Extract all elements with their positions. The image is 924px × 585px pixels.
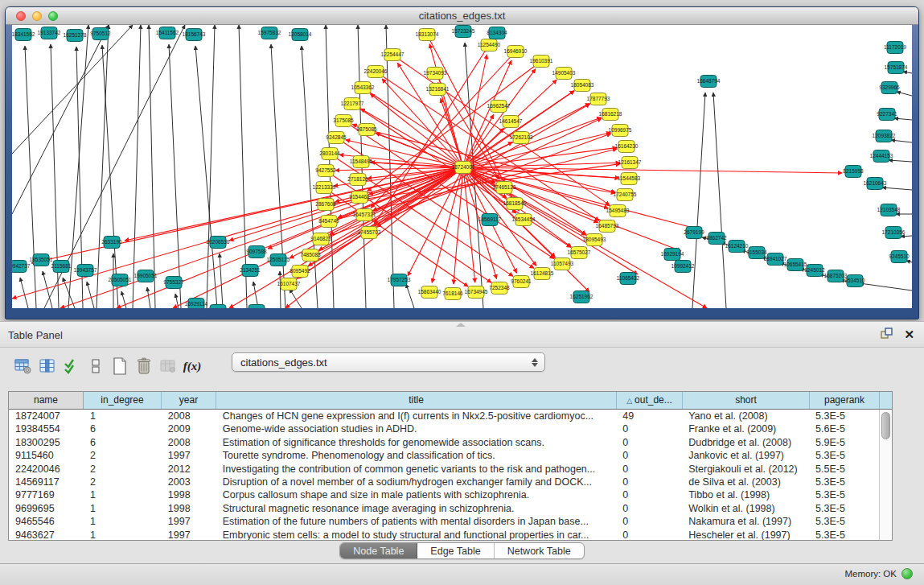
table-scrollbar[interactable] bbox=[879, 410, 892, 540]
column-visibility-icon[interactable] bbox=[35, 356, 60, 377]
graph-node-label: 9427552 bbox=[315, 167, 336, 173]
column-header-name[interactable]: name bbox=[9, 392, 84, 409]
table-row[interactable]: 911546021997Tourette syndrome. Phenomeno… bbox=[9, 449, 879, 462]
table-row[interactable]: 977716911998Corpus callosum shape and si… bbox=[9, 488, 879, 501]
graph-node-label: 9245012 bbox=[804, 267, 825, 273]
network-canvas[interactable]: 1872400712254447224200461054336212217977… bbox=[12, 25, 912, 308]
graph-node-label: 16107437 bbox=[277, 281, 301, 286]
graph-node-label: 16946910 bbox=[504, 48, 528, 54]
graph-node-label: 16251378 bbox=[64, 32, 87, 38]
graph-node-label: 8134304 bbox=[487, 30, 507, 35]
table-cell: 2 bbox=[84, 463, 162, 476]
table-cell: 19384554 bbox=[9, 422, 84, 435]
table-cell: 5.3E-5 bbox=[809, 488, 879, 501]
graph-node-label: 9245510 bbox=[889, 253, 910, 259]
graph-node-label: 13216841 bbox=[426, 86, 450, 92]
graph-node-label: 17262103 bbox=[510, 134, 533, 140]
table-cell: Yano et al. (2008) bbox=[682, 410, 809, 422]
table-cell: 0 bbox=[616, 449, 682, 462]
table-cell: 2003 bbox=[162, 476, 216, 488]
network-window-titlebar[interactable]: citations_edges.txt bbox=[6, 7, 918, 25]
column-header-out_de[interactable]: △out_de... bbox=[617, 392, 683, 409]
tab-node-table[interactable]: Node Table bbox=[340, 543, 417, 558]
graph-node-label: 9146823 bbox=[310, 236, 331, 241]
table-cell: 0 bbox=[616, 422, 682, 435]
table-cell: 1 bbox=[84, 488, 162, 501]
column-header-title[interactable]: title bbox=[216, 392, 617, 409]
table-cell: 0 bbox=[616, 476, 682, 488]
table-cell: 0 bbox=[616, 529, 682, 540]
node-table: namein_degreeyeartitle△out_de...shortpag… bbox=[8, 391, 893, 541]
graph-edge bbox=[463, 117, 602, 167]
table-cell: Estimation of significance thresholds fo… bbox=[216, 436, 617, 449]
graph-node-label: 15751874 bbox=[885, 64, 908, 70]
network-window[interactable]: citations_edges.txt 18724007122544472242… bbox=[5, 6, 919, 319]
graph-node-label: 19942737 bbox=[12, 263, 31, 269]
graph-edge bbox=[280, 271, 281, 308]
column-header-pagerank[interactable]: pagerank bbox=[810, 392, 880, 409]
create-table-icon[interactable] bbox=[108, 356, 132, 377]
graph-edge bbox=[149, 25, 155, 308]
table-cell: Hescheler et al. (1997) bbox=[682, 529, 809, 540]
graph-node-label: 17957253 bbox=[388, 277, 411, 282]
graph-node-label: 16816218 bbox=[599, 111, 622, 117]
table-row[interactable]: 1456911722003Disruption of a novel membe… bbox=[9, 476, 879, 488]
table-cell: 6 bbox=[84, 422, 162, 435]
graph-edge bbox=[860, 283, 912, 290]
delete-table-icon[interactable] bbox=[132, 356, 156, 377]
column-header-year[interactable]: year bbox=[162, 392, 216, 409]
table-cell: 9115460 bbox=[9, 449, 84, 462]
memory-status-icon[interactable] bbox=[901, 568, 913, 579]
column-header-short[interactable]: short bbox=[683, 392, 810, 409]
graph-node-label: 9154461 bbox=[349, 194, 370, 200]
table-cell: 1997 bbox=[162, 515, 216, 528]
graph-node-label: 11254490 bbox=[478, 42, 501, 47]
graph-edge bbox=[290, 289, 302, 308]
table-panel-body: f(x) citations_edges.txt namein_degreeye… bbox=[0, 348, 924, 563]
graph-node-label: 16164230 bbox=[615, 143, 639, 149]
table-row[interactable]: 946554611997Estimation of the future num… bbox=[9, 515, 879, 528]
table-row[interactable]: 1938455462009Genome-wide association stu… bbox=[9, 422, 879, 435]
graph-node-label: 16575027 bbox=[568, 249, 591, 255]
table-row[interactable]: 1830029562008Estimation of significance … bbox=[9, 436, 879, 449]
graph-node-label: 16648794 bbox=[697, 78, 721, 84]
table-row[interactable]: 1872400712008Changes of HCN gene express… bbox=[9, 410, 879, 422]
table-row[interactable]: 969969511998Structural magnetic resonanc… bbox=[9, 502, 879, 515]
graph-node-label: 2867608 bbox=[315, 201, 336, 207]
table-cell: 14569117 bbox=[9, 476, 84, 488]
table-cell: 5.3E-5 bbox=[809, 502, 879, 515]
float-panel-icon[interactable] bbox=[881, 328, 893, 342]
graph-edge bbox=[300, 104, 590, 271]
graph-edge bbox=[147, 287, 150, 308]
row-height-icon[interactable] bbox=[84, 356, 108, 377]
graph-edge bbox=[12, 25, 133, 154]
graph-node-label: 11057493 bbox=[551, 261, 574, 266]
graph-node-label: 16124815 bbox=[531, 270, 554, 276]
table-cell: 5.3E-5 bbox=[809, 410, 879, 422]
table-cell: 1997 bbox=[162, 449, 216, 462]
table-selector-value: citations_edges.txt bbox=[232, 356, 527, 369]
column-header-in_degree[interactable]: in_degree bbox=[84, 392, 162, 409]
table-body: 1872400712008Changes of HCN gene express… bbox=[9, 410, 879, 540]
table-row[interactable]: 2242004622012Investigating the contribut… bbox=[9, 463, 879, 476]
graph-node-label: 16929194 bbox=[661, 251, 684, 257]
delete-column-icon[interactable] bbox=[156, 356, 180, 377]
table-cell: Embryonic stem cells: a model to study s… bbox=[216, 529, 617, 540]
table-panel-header[interactable]: Table Panel ✕ bbox=[0, 321, 924, 348]
splitter-handle[interactable] bbox=[456, 323, 466, 327]
table-row[interactable]: 946362711997Embryonic stem cells: a mode… bbox=[9, 529, 879, 540]
table-scrollbar-thumb[interactable] bbox=[881, 412, 890, 439]
graph-node-label: 11548496 bbox=[350, 159, 373, 164]
graph-node-label: 9862742 bbox=[706, 235, 727, 241]
table-settings-icon[interactable] bbox=[11, 356, 35, 377]
close-panel-icon[interactable]: ✕ bbox=[904, 328, 914, 341]
select-mode-icon[interactable] bbox=[60, 356, 84, 377]
table-toolbar: f(x) bbox=[11, 355, 204, 377]
graph-node-label: 18095493 bbox=[583, 237, 606, 242]
tab-edge-table[interactable]: Edge Table bbox=[417, 543, 494, 558]
graph-node-label: 14905403 bbox=[552, 70, 576, 76]
tab-network-table[interactable]: Network Table bbox=[495, 543, 584, 558]
function-builder-icon[interactable]: f(x) bbox=[180, 356, 204, 377]
graph-node-label: 17210356 bbox=[882, 229, 906, 235]
table-selector-dropdown[interactable]: citations_edges.txt bbox=[232, 352, 545, 372]
